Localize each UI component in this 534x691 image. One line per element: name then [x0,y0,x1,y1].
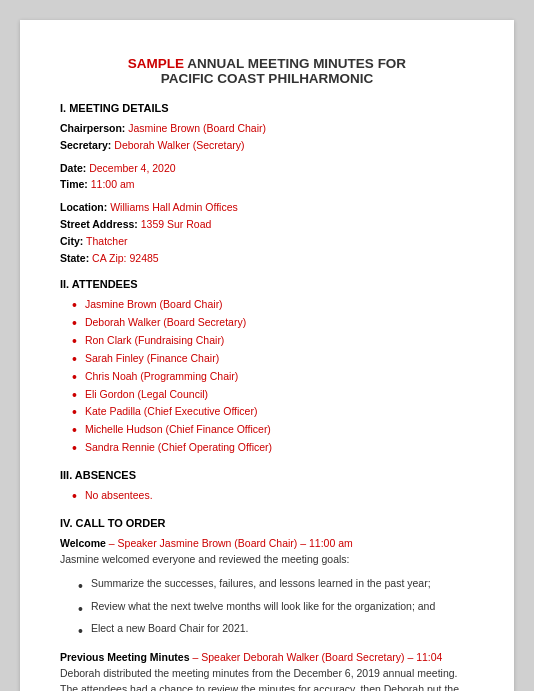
list-item: Michelle Hudson (Chief Finance Officer) [72,421,474,439]
state-label: State: [60,252,89,264]
prev-label: Previous Meeting Minutes [60,651,190,663]
city-value: Thatcher [86,235,127,247]
list-item: Eli Gordon (Legal Council) [72,386,474,404]
list-item: No absentees. [72,487,474,505]
welcome-paragraph: Welcome – Speaker Jasmine Brown (Board C… [60,535,474,568]
welcome-speaker: – Speaker Jasmine Brown (Board Chair) – … [106,537,353,549]
street-value: 1359 Sur Road [141,218,212,230]
secretary-line: Secretary: Deborah Walker (Secretary) [60,137,474,154]
city-label: City: [60,235,83,247]
zip-num: 92485 [129,252,158,264]
attendees-list: Jasmine Brown (Board Chair)Deborah Walke… [60,296,474,457]
list-item: Review what the next twelve months will … [78,598,474,620]
title-line1: SAMPLE ANNUAL MEETING MINUTES FOR [60,56,474,71]
list-item: Elect a new Board Chair for 2021. [78,620,474,642]
list-item: Chris Noah (Programming Chair) [72,368,474,386]
date-label: Date: [60,162,86,174]
list-item: Deborah Walker (Board Secretary) [72,314,474,332]
state-value: CA Zip: [92,252,126,264]
secretary-value: Deborah Walker (Secretary) [114,139,244,151]
absences-list: No absentees. [60,487,474,505]
title-sample: SAMPLE [128,56,184,71]
cto-header: IV. CALL TO ORDER [60,517,474,529]
document-page: SAMPLE ANNUAL MEETING MINUTES FOR PACIFI… [20,20,514,691]
list-item: Jasmine Brown (Board Chair) [72,296,474,314]
section-attendees: II. ATTENDEES Jasmine Brown (Board Chair… [60,278,474,457]
location-line: Location: Williams Hall Admin Offices [60,199,474,216]
chairperson-value: Jasmine Brown (Board Chair) [128,122,266,134]
welcome-bullets-list: Summarize the successes, failures, and l… [60,575,474,642]
welcome-body: Jasmine welcomed everyone and reviewed t… [60,553,350,565]
time-line: Time: 11:00 am [60,176,474,193]
list-item: Summarize the successes, failures, and l… [78,575,474,597]
absences-header: III. ABSENCES [60,469,474,481]
location-label: Location: [60,201,107,213]
prev-speaker: – Speaker Deborah Walker (Board Secretar… [190,651,443,663]
welcome-label: Welcome [60,537,106,549]
section-call-to-order: IV. CALL TO ORDER Welcome – Speaker Jasm… [60,517,474,691]
time-label: Time: [60,178,88,190]
list-item: Sarah Finley (Finance Chair) [72,350,474,368]
section-meeting-details: I. MEETING DETAILS Chairperson: Jasmine … [60,102,474,266]
date-value: December 4, 2020 [89,162,175,174]
title-line2: PACIFIC COAST PHILHARMONIC [60,71,474,86]
state-line: State: CA Zip: 92485 [60,250,474,267]
city-line: City: Thatcher [60,233,474,250]
secretary-label: Secretary: [60,139,111,151]
street-label: Street Address: [60,218,138,230]
time-value: 11:00 am [91,178,135,190]
attendees-header: II. ATTENDEES [60,278,474,290]
chairperson-label: Chairperson: [60,122,125,134]
list-item: Ron Clark (Fundraising Chair) [72,332,474,350]
chairperson-line: Chairperson: Jasmine Brown (Board Chair) [60,120,474,137]
section-absences: III. ABSENCES No absentees. [60,469,474,505]
list-item: Sandra Rennie (Chief Operating Officer) [72,439,474,457]
meeting-details-header: I. MEETING DETAILS [60,102,474,114]
location-value: Williams Hall Admin Offices [110,201,238,213]
street-line: Street Address: 1359 Sur Road [60,216,474,233]
document-title: SAMPLE ANNUAL MEETING MINUTES FOR PACIFI… [60,56,474,86]
prev-body: Deborah distributed the meeting minutes … [60,667,459,691]
date-line: Date: December 4, 2020 [60,160,474,177]
list-item: Kate Padilla (Chief Executive Officer) [72,403,474,421]
title-rest: ANNUAL MEETING MINUTES FOR [184,56,406,71]
prev-minutes-paragraph: Previous Meeting Minutes – Speaker Debor… [60,649,474,691]
